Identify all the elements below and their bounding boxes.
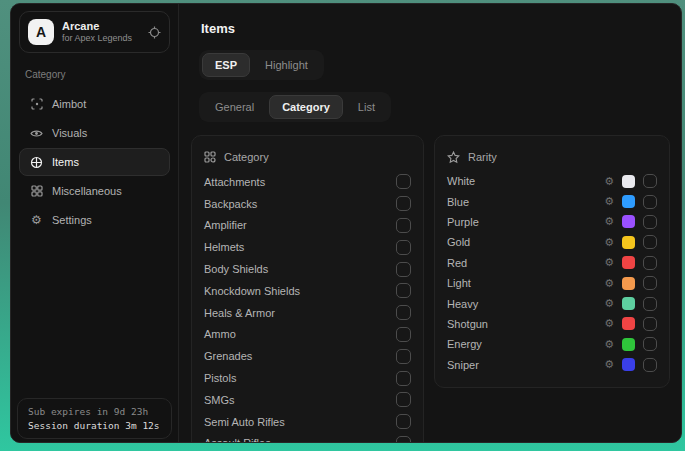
rarity-checkbox[interactable] xyxy=(643,358,657,372)
category-checkbox[interactable] xyxy=(396,262,411,277)
color-swatch[interactable] xyxy=(622,358,635,371)
category-panel-header: Category xyxy=(204,145,411,169)
rarity-controls: ⚙ xyxy=(604,337,657,351)
brand-logo: A xyxy=(28,19,54,45)
rarity-label: Red xyxy=(447,257,467,269)
tab-list[interactable]: List xyxy=(345,95,388,119)
category-label: Knockdown Shields xyxy=(204,285,300,297)
category-checkbox[interactable] xyxy=(396,436,411,442)
color-swatch[interactable] xyxy=(622,236,635,249)
rarity-row: White ⚙ xyxy=(447,171,657,191)
rarity-panel-title: Rarity xyxy=(468,151,497,163)
category-checkbox[interactable] xyxy=(396,371,411,386)
session-duration-text: Session duration 3m 12s xyxy=(28,420,161,431)
gear-icon[interactable]: ⚙ xyxy=(604,339,614,350)
category-checkbox[interactable] xyxy=(396,305,411,320)
sidebar-item-visuals[interactable]: Visuals xyxy=(19,119,170,147)
color-swatch[interactable] xyxy=(622,175,635,188)
category-label: Body Shields xyxy=(204,263,268,275)
brand-text: Arcane for Apex Legends xyxy=(62,20,140,45)
eye-icon xyxy=(30,128,43,139)
brand-name: Arcane xyxy=(62,20,140,34)
rarity-label: Blue xyxy=(447,196,469,208)
rarity-panel: Rarity White ⚙ Blue ⚙ Purple ⚙ Gold ⚙ xyxy=(434,135,670,388)
category-icon xyxy=(204,151,216,163)
tab-category[interactable]: Category xyxy=(269,95,343,119)
sub-expiry-text: Sub expires in 9d 23h xyxy=(28,406,161,417)
rarity-label: Purple xyxy=(447,216,479,228)
category-checkbox[interactable] xyxy=(396,327,411,342)
crosshair-icon xyxy=(30,98,43,110)
gear-icon[interactable]: ⚙ xyxy=(604,278,614,289)
rarity-checkbox[interactable] xyxy=(643,297,657,311)
category-label: Amplifier xyxy=(204,219,247,231)
gear-icon[interactable]: ⚙ xyxy=(604,176,614,187)
rarity-checkbox[interactable] xyxy=(643,195,657,209)
subscription-info-card: Sub expires in 9d 23h Session duration 3… xyxy=(17,398,172,439)
app-window: A Arcane for Apex Legends Category Aimbo xyxy=(10,3,682,443)
sidebar-item-miscellaneous[interactable]: Miscellaneous xyxy=(19,177,170,205)
category-row: Ammo xyxy=(204,324,411,346)
rarity-checkbox[interactable] xyxy=(643,276,657,290)
category-checkbox[interactable] xyxy=(396,218,411,233)
color-swatch[interactable] xyxy=(622,317,635,330)
color-swatch[interactable] xyxy=(622,256,635,269)
gear-icon[interactable]: ⚙ xyxy=(604,237,614,248)
rarity-checkbox[interactable] xyxy=(643,337,657,351)
rarity-checkbox[interactable] xyxy=(643,215,657,229)
gear-icon[interactable]: ⚙ xyxy=(604,216,614,227)
category-checkbox[interactable] xyxy=(396,174,411,189)
category-label: Backpacks xyxy=(204,198,257,210)
sidebar-item-label: Miscellaneous xyxy=(52,185,122,197)
brand-card: A Arcane for Apex Legends xyxy=(19,11,170,53)
rarity-row: Blue ⚙ xyxy=(447,191,657,211)
category-row: Heals & Armor xyxy=(204,302,411,324)
category-row: Pistols xyxy=(204,367,411,389)
rarity-checkbox[interactable] xyxy=(643,235,657,249)
tab-esp[interactable]: ESP xyxy=(202,53,250,77)
color-swatch[interactable] xyxy=(622,338,635,351)
category-row: Semi Auto Rifles xyxy=(204,411,411,433)
sidebar-item-aimbot[interactable]: Aimbot xyxy=(19,90,170,118)
category-checkbox[interactable] xyxy=(396,196,411,211)
category-row: Assault Rifles xyxy=(204,433,411,442)
category-checkbox[interactable] xyxy=(396,240,411,255)
main-content: Items ESP Highlight General Category Lis… xyxy=(179,4,682,442)
category-checkbox[interactable] xyxy=(396,283,411,298)
sidebar-item-label: Aimbot xyxy=(52,98,86,110)
category-label: Helmets xyxy=(204,241,244,253)
gear-icon: ⚙ xyxy=(30,214,43,226)
rarity-panel-header: Rarity xyxy=(447,145,657,169)
tab-general[interactable]: General xyxy=(202,95,267,119)
color-swatch[interactable] xyxy=(622,277,635,290)
rarity-checkbox[interactable] xyxy=(643,317,657,331)
gear-icon[interactable]: ⚙ xyxy=(604,359,614,370)
rarity-controls: ⚙ xyxy=(604,358,657,372)
gear-icon[interactable]: ⚙ xyxy=(604,318,614,329)
color-swatch[interactable] xyxy=(622,195,635,208)
rarity-controls: ⚙ xyxy=(604,276,657,290)
gear-icon[interactable]: ⚙ xyxy=(604,298,614,309)
color-swatch[interactable] xyxy=(622,215,635,228)
gear-icon[interactable]: ⚙ xyxy=(604,257,614,268)
category-row: Amplifier xyxy=(204,215,411,237)
category-checkbox[interactable] xyxy=(396,349,411,364)
sidebar-section-label: Category xyxy=(25,69,164,80)
rarity-rows: White ⚙ Blue ⚙ Purple ⚙ Gold ⚙ Red xyxy=(447,171,657,375)
sidebar-item-items[interactable]: Items xyxy=(19,148,170,176)
rarity-checkbox[interactable] xyxy=(643,256,657,270)
sidebar-item-settings[interactable]: ⚙ Settings xyxy=(19,206,170,234)
color-swatch[interactable] xyxy=(622,297,635,310)
rarity-controls: ⚙ xyxy=(604,215,657,229)
view-tab-group: General Category List xyxy=(199,92,391,122)
tab-highlight[interactable]: Highlight xyxy=(252,53,321,77)
category-row: Helmets xyxy=(204,236,411,258)
reticle-icon[interactable] xyxy=(148,26,161,39)
category-row: Grenades xyxy=(204,345,411,367)
rarity-label: Heavy xyxy=(447,298,478,310)
rarity-checkbox[interactable] xyxy=(643,174,657,188)
category-checkbox[interactable] xyxy=(396,392,411,407)
rarity-controls: ⚙ xyxy=(604,256,657,270)
gear-icon[interactable]: ⚙ xyxy=(604,196,614,207)
category-checkbox[interactable] xyxy=(396,414,411,429)
